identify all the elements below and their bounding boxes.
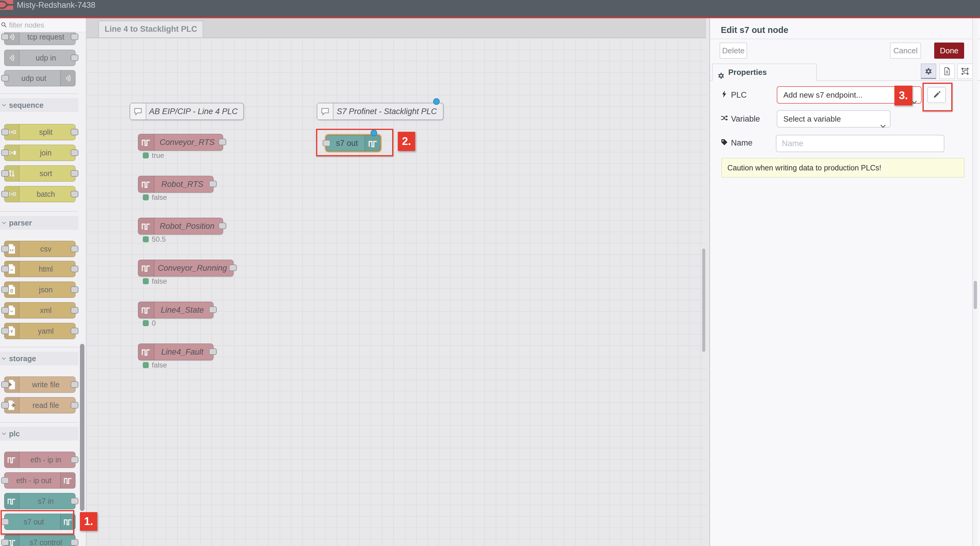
palette-category-plc[interactable]: plc: [0, 427, 78, 441]
palette-category-storage[interactable]: storage: [0, 351, 78, 366]
palette-node-udp-in[interactable]: udp in: [4, 50, 75, 66]
cancel-button[interactable]: Cancel: [890, 43, 921, 59]
palette-node-html[interactable]: ‹›html: [4, 261, 75, 277]
palette-node-s7-in[interactable]: s7 in: [4, 493, 75, 509]
palette-category-sequence[interactable]: sequence: [0, 98, 78, 112]
annotation-rect: [1, 510, 74, 535]
comment-node-s7-profinet-stacklight-plc[interactable]: S7 Profinet - Stacklight PLC: [317, 103, 444, 120]
node-input-port[interactable]: [1, 191, 9, 197]
node-status: 0: [143, 320, 203, 327]
node-output-port[interactable]: [71, 286, 78, 293]
node-input-port[interactable]: [1, 246, 9, 252]
palette-node-json[interactable]: {}json: [4, 281, 75, 298]
palette-node-yaml[interactable]: Yyaml: [4, 323, 75, 339]
node-status: false: [143, 278, 203, 285]
flow-node-robot-position[interactable]: Robot_Position: [138, 218, 223, 235]
node-input-port[interactable]: [1, 150, 9, 156]
node-input-port[interactable]: [1, 286, 9, 293]
palette-node-split[interactable]: split: [4, 124, 75, 140]
window-scrollbar[interactable]: [972, 18, 978, 546]
node-output-port[interactable]: [71, 170, 78, 177]
node-input-port[interactable]: [1, 328, 9, 334]
palette-scrollbar[interactable]: [80, 344, 84, 511]
description-view-button[interactable]: [939, 64, 955, 79]
palette-node-write-file[interactable]: write file: [4, 377, 75, 393]
node-input-port[interactable]: [1, 539, 9, 546]
palette-node-eth-ip-out[interactable]: eth - ip out: [4, 472, 75, 489]
variable-select[interactable]: Select a variable: [777, 110, 891, 128]
node-input-port[interactable]: [1, 381, 9, 388]
node-output-port[interactable]: [71, 307, 78, 314]
flow-node-line4-fault[interactable]: Line4_Fault: [138, 343, 213, 360]
node-input-port[interactable]: [1, 170, 9, 177]
palette-node-udp-out[interactable]: udp out: [4, 70, 75, 86]
node-output-port[interactable]: [71, 381, 78, 388]
name-input[interactable]: [776, 135, 944, 152]
node-input-port[interactable]: [1, 75, 9, 81]
tab-properties[interactable]: Properties: [712, 64, 817, 81]
node-output-port[interactable]: [71, 129, 78, 136]
node-output-port[interactable]: [218, 222, 226, 229]
palette-node-label: html: [19, 261, 73, 277]
palette-node-join[interactable]: join: [4, 145, 75, 161]
flow-tab-line4[interactable]: Line 4 to Stacklight PLC: [99, 21, 203, 37]
palette-category-label: parser: [9, 216, 32, 230]
flow-node-conveyor-running[interactable]: Conveyor_Running: [138, 260, 234, 276]
palette-node-label: eth - ip out: [7, 473, 61, 488]
node-output-port[interactable]: [209, 180, 217, 187]
edit-tray-title: Edit s7 out node: [721, 25, 788, 35]
svg-text:‹›: ‹›: [11, 267, 13, 272]
flow-tab-label: Line 4 to Stacklight PLC: [99, 21, 203, 37]
node-output-port[interactable]: [71, 191, 78, 197]
node-output-port[interactable]: [71, 457, 78, 463]
canvas-scrollbar[interactable]: [702, 249, 705, 352]
node-output-port[interactable]: [71, 34, 78, 40]
node-output-port[interactable]: [229, 265, 237, 271]
palette-node-label: udp in: [19, 50, 73, 65]
palette-node-eth-ip-in[interactable]: eth - ip in: [4, 452, 75, 468]
status-dot: [143, 236, 149, 242]
node-output-port[interactable]: [71, 266, 78, 272]
flow-node-line4-state[interactable]: Line4_State: [138, 302, 213, 318]
appearance-view-button[interactable]: [957, 64, 973, 79]
node-output-port[interactable]: [71, 150, 78, 156]
flow-node-robot-rts[interactable]: Robot_RTS: [138, 176, 213, 193]
node-input-port[interactable]: [1, 402, 9, 409]
node-output-port[interactable]: [218, 139, 226, 145]
node-output-port[interactable]: [209, 348, 217, 355]
node-output-port[interactable]: [209, 307, 217, 313]
done-button[interactable]: Done: [934, 43, 964, 59]
node-output-port[interactable]: [71, 54, 78, 61]
palette-node-csv[interactable]: 1,2csv: [4, 241, 75, 257]
palette-node-xml[interactable]: ‹›xml: [4, 302, 75, 318]
comment-node-ab-eip-cip-line-4-plc[interactable]: AB EIP/CIP - Line 4 PLC: [130, 103, 244, 120]
palette-category-parser[interactable]: parser: [0, 216, 78, 230]
node-input-port[interactable]: [1, 477, 9, 484]
palette-filter[interactable]: filter nodes: [0, 18, 86, 32]
node-output-port[interactable]: [71, 402, 78, 409]
node-input-port[interactable]: [1, 34, 9, 40]
node-output-port[interactable]: [71, 498, 78, 504]
palette-node-sort[interactable]: sort: [4, 165, 75, 182]
palette-node-s7-control[interactable]: s7 control: [4, 534, 75, 546]
node-output-port[interactable]: [71, 246, 78, 252]
node-input-port[interactable]: [1, 266, 9, 272]
palette-node-label: xml: [19, 302, 73, 318]
node-red-logo-icon[interactable]: [0, 0, 13, 10]
palette-node-tcp-request[interactable]: tcp request: [4, 32, 75, 45]
delete-button[interactable]: Delete: [719, 43, 747, 59]
square-wave-icon: [5, 493, 19, 509]
properties-view-button[interactable]: [921, 64, 936, 79]
flow-canvas[interactable]: Line 4 to Stacklight PLC AB EIP/CIP - Li…: [86, 18, 706, 546]
comment-node-label: S7 Profinet - Stacklight PLC: [333, 103, 441, 120]
palette-node-read-file[interactable]: read file: [4, 397, 75, 413]
node-output-port[interactable]: [71, 539, 78, 546]
flow-node-conveyor-rts[interactable]: Conveyor_RTS: [138, 134, 223, 151]
palette-scroll-area[interactable]: tcp requestudp inudp outsequencesplitjoi…: [0, 32, 86, 546]
palette-node-label: csv: [19, 241, 73, 257]
window-scrollbar-thumb[interactable]: [974, 281, 977, 309]
node-output-port[interactable]: [71, 328, 78, 334]
node-input-port[interactable]: [1, 129, 9, 136]
palette-node-batch[interactable]: batch: [4, 186, 75, 202]
node-input-port[interactable]: [1, 307, 9, 314]
